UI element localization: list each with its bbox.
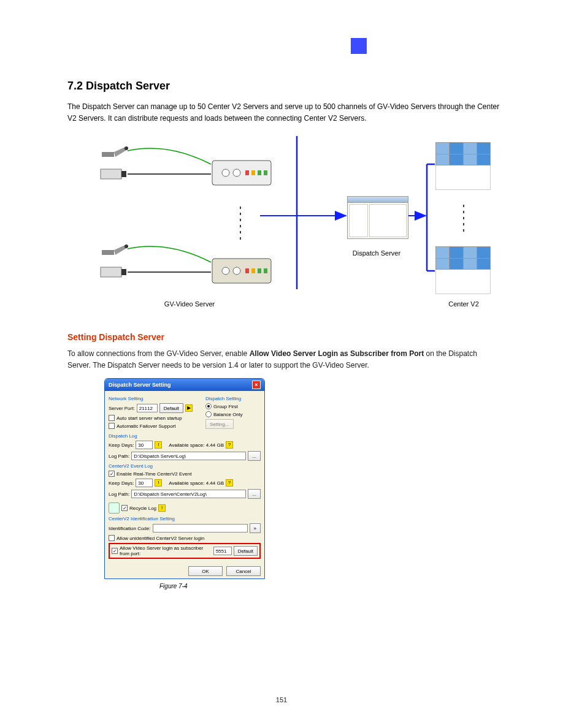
server-port-input[interactable]	[137, 404, 158, 412]
svg-rect-17	[258, 170, 261, 175]
svg-point-14	[233, 169, 240, 176]
svg-rect-28	[258, 268, 261, 273]
section-label: CenterV2 Identification Setting	[109, 516, 261, 521]
video-server-icon	[210, 154, 274, 190]
identification-code-input[interactable]	[153, 524, 248, 533]
auto-failover-label: Automatic Failover Support	[117, 423, 176, 429]
setting-paragraph: To allow connections from the GV-Video S…	[67, 348, 502, 371]
hint-icon[interactable]: ?	[226, 441, 233, 449]
browse-button[interactable]: ...	[248, 489, 261, 499]
chapter-number: 7	[476, 41, 480, 48]
section-label: Network Setting	[109, 396, 199, 401]
hint-icon[interactable]: !	[158, 504, 166, 512]
hint-icon[interactable]: ▶	[185, 404, 193, 412]
svg-rect-15	[245, 170, 249, 175]
hint-icon[interactable]: !	[155, 441, 162, 449]
subsection-heading: Setting Dispatch Server	[67, 332, 502, 342]
svg-point-24	[222, 267, 229, 275]
text: To allow connections from the GV-Video S…	[67, 349, 250, 358]
svg-rect-18	[264, 170, 267, 175]
svg-point-25	[233, 267, 240, 275]
allow-video-server-label: Allow Video Server login as subscriber f…	[120, 545, 212, 556]
diagram-label-dispatch: Dispatch Server	[353, 249, 401, 257]
available-space-label: Available space: 4.44 GB	[169, 480, 224, 486]
recycle-icon	[109, 502, 120, 514]
recycle-log-checkbox[interactable]: ✓	[121, 505, 128, 511]
auto-failover-checkbox[interactable]	[109, 423, 115, 429]
recycle-log-label: Recycle Log	[129, 506, 156, 511]
svg-rect-10	[101, 169, 121, 179]
bold-option-name: Allow Video Server Login as Subscriber f…	[250, 349, 424, 358]
dispatch-server-setting-dialog: Dispatch Server Setting × Network Settin…	[104, 378, 265, 579]
svg-rect-8	[102, 152, 114, 157]
ptz-camera-icon	[101, 241, 130, 257]
enable-realtime-checkbox[interactable]: ✓	[109, 471, 115, 477]
chapter-badge	[351, 38, 367, 54]
keep-days-input[interactable]	[136, 441, 153, 449]
box-camera-icon	[99, 264, 129, 281]
ptz-camera-icon	[101, 143, 130, 159]
auto-start-checkbox[interactable]	[109, 415, 115, 421]
balance-only-label: Balance Only	[213, 412, 243, 417]
available-space-label: Available space: 4.44 GB	[169, 442, 224, 448]
keep-days-label: Keep Days:	[109, 480, 134, 486]
section-label: Dispatch Log	[109, 433, 261, 439]
identification-code-label: Identification Code:	[109, 526, 151, 531]
default-button[interactable]: Default	[159, 403, 183, 413]
topology-diagram: GV-Video Server Dispatch Server Center V…	[82, 136, 487, 314]
enable-realtime-label: Enable Real-Time CenterV2 Event	[117, 471, 191, 477]
box-camera-icon	[99, 165, 129, 183]
default-button[interactable]: Default	[234, 546, 258, 556]
svg-rect-21	[101, 267, 121, 277]
dialog-title: Dispatch Server Setting	[109, 382, 171, 388]
balance-only-radio[interactable]	[205, 411, 212, 417]
chapter-label: 7	[476, 41, 483, 48]
hint-icon[interactable]: !	[155, 479, 162, 487]
svg-point-9	[124, 146, 128, 150]
allow-video-server-checkbox[interactable]: ✓	[112, 548, 118, 554]
diagram-label-gvvs: GV-Video Server	[164, 300, 215, 308]
svg-rect-19	[102, 250, 114, 255]
intro-text: The Dispatch Server can manage up to 50 …	[67, 101, 502, 124]
svg-rect-16	[251, 170, 255, 175]
allow-unidentified-label: Allow unidentified CenterV2 Server login	[117, 536, 204, 541]
dispatch-server-window-icon	[347, 196, 408, 239]
highlighted-option: ✓ Allow Video Server login as subscriber…	[109, 543, 261, 559]
allow-unidentified-checkbox[interactable]	[109, 535, 115, 541]
group-first-label: Group First	[213, 404, 238, 409]
keep-days-label: Keep Days:	[109, 442, 134, 448]
section-heading: 7.2 Dispatch Server	[67, 80, 502, 93]
browse-button[interactable]: ...	[248, 451, 261, 461]
svg-point-20	[124, 245, 128, 248]
section-label: CenterV2 Event Log	[109, 463, 261, 469]
group-first-radio[interactable]	[205, 403, 212, 409]
hint-icon[interactable]: ?	[226, 479, 233, 487]
log-path-input-2[interactable]	[131, 490, 246, 498]
svg-point-13	[222, 169, 229, 176]
svg-rect-11	[121, 171, 126, 177]
dialog-titlebar[interactable]: Dispatch Server Setting ×	[105, 379, 264, 391]
expand-button[interactable]: »	[250, 523, 261, 533]
close-icon[interactable]: ×	[252, 381, 261, 389]
svg-rect-23	[212, 259, 271, 283]
setting-button: Setting...	[205, 419, 234, 429]
log-path-label: Log Path:	[109, 453, 129, 459]
keep-days-input-2[interactable]	[136, 479, 153, 487]
diagram-label-center: Center V2	[448, 300, 479, 308]
svg-rect-26	[245, 268, 249, 273]
log-path-label: Log Path:	[109, 491, 129, 497]
page-number: 151	[0, 696, 563, 703]
svg-rect-12	[212, 161, 271, 185]
video-server-icon	[210, 252, 274, 288]
video-server-port-input[interactable]	[213, 547, 232, 555]
section-label: Dispatch Setting	[205, 396, 261, 401]
center-v2-window-icon	[435, 142, 491, 190]
svg-rect-27	[251, 268, 255, 273]
svg-rect-22	[121, 269, 126, 275]
center-v2-window-icon	[435, 246, 491, 294]
auto-start-label: Auto start server when startup	[117, 415, 182, 421]
ok-button[interactable]: OK	[188, 566, 223, 576]
log-path-input[interactable]	[131, 452, 246, 460]
svg-rect-29	[264, 268, 267, 273]
cancel-button[interactable]: Cancel	[226, 566, 261, 576]
